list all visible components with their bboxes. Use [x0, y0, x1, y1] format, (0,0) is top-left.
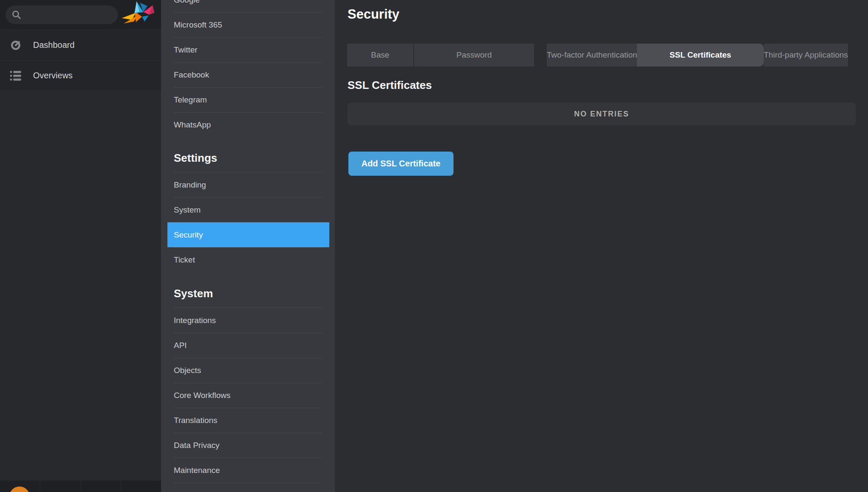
settings-nav-item-label: Telegram: [174, 95, 207, 104]
main-content: Security Base Password Two-factor Authen…: [335, 0, 868, 492]
zammad-logo-icon: [121, 1, 156, 28]
tab-label: Base: [371, 50, 389, 59]
settings-nav-item-label: WhatsApp: [174, 120, 211, 129]
page-title: Security: [348, 7, 399, 22]
user-avatar[interactable]: [9, 486, 30, 492]
settings-nav-item[interactable]: Facebook: [161, 62, 335, 87]
settings-nav-item[interactable]: System: [161, 197, 335, 222]
settings-nav-item-label: Microsoft 365: [174, 20, 222, 29]
ssl-certificates-empty-table: NO ENTRIES: [348, 102, 856, 125]
settings-nav-item-label: Data Privacy: [174, 441, 220, 450]
app-nav: Dashboard Overviews: [0, 30, 161, 91]
section-heading: SSL Certificates: [348, 79, 432, 92]
channels-nav-list: Google Microsoft 365 Twitter Facebook Te…: [161, 0, 335, 137]
settings-nav-item[interactable]: Ticket: [161, 247, 335, 272]
tab-label: Password: [456, 50, 492, 59]
settings-sidebar: Google Microsoft 365 Twitter Facebook Te…: [161, 0, 335, 492]
taskbar-cell[interactable]: [81, 481, 121, 492]
tab[interactable]: Base: [346, 44, 413, 66]
settings-nav-item-label: Branding: [174, 180, 206, 189]
settings-nav-item-label: Objects: [174, 366, 201, 375]
no-entries-label: NO ENTRIES: [574, 110, 629, 119]
settings-nav-item-label: System: [174, 205, 200, 214]
taskbar-cell-avatar[interactable]: [0, 481, 40, 492]
search-box[interactable]: [6, 6, 118, 24]
settings-nav-item[interactable]: Data Privacy: [161, 433, 335, 458]
settings-section-heading: Settings: [161, 144, 335, 172]
search-input[interactable]: [25, 10, 111, 20]
tab[interactable]: Password: [413, 44, 534, 66]
search-icon: [11, 10, 22, 20]
security-tabbar: Base Password Two-factor Authentication …: [346, 44, 848, 66]
settings-nav-item-label: Google: [174, 0, 200, 4]
taskbar-cell[interactable]: [40, 481, 81, 492]
app-sidebar: Dashboard Overviews: [0, 0, 161, 492]
settings-nav-item[interactable]: Integrations: [161, 308, 335, 333]
settings-nav-item[interactable]: Twitter: [161, 37, 335, 62]
list-icon: [9, 69, 22, 82]
settings-nav-item-label: Integrations: [174, 316, 216, 325]
settings-nav-item[interactable]: Security: [167, 222, 329, 247]
tab[interactable]: SSL Certificates: [637, 44, 764, 66]
system-section-heading: System: [161, 279, 335, 308]
settings-nav-item-label: Maintenance: [174, 466, 220, 475]
settings-nav-item[interactable]: Objects: [161, 358, 335, 383]
app-nav-item[interactable]: Dashboard: [0, 30, 161, 61]
settings-nav-item[interactable]: WhatsApp: [161, 112, 335, 137]
settings-nav-item-label: Core Workflows: [174, 391, 231, 400]
settings-nav-item[interactable]: Google: [161, 0, 335, 12]
app-nav-item[interactable]: Overviews: [0, 61, 161, 91]
settings-nav-item-label: Security: [174, 230, 203, 239]
search-area: [0, 0, 161, 30]
settings-nav-item[interactable]: Translations: [161, 408, 335, 433]
settings-nav-item[interactable]: Telegram: [161, 87, 335, 112]
settings-nav-item[interactable]: Branding: [161, 172, 335, 197]
taskbar: [0, 481, 161, 492]
settings-nav-item-label: Twitter: [174, 45, 198, 54]
tab[interactable]: Third-party Applications: [764, 44, 848, 66]
settings-nav-item-label: Facebook: [174, 70, 209, 79]
settings-nav-item[interactable]: Microsoft 365: [161, 12, 335, 37]
settings-nav-item[interactable]: Maintenance: [161, 458, 335, 483]
settings-nav-item[interactable]: Core Workflows: [161, 383, 335, 408]
tab-label: Third-party Applications: [764, 50, 848, 59]
tab-label: Two-factor Authentication: [547, 50, 637, 59]
settings-nav-item[interactable]: API: [161, 333, 335, 358]
tab[interactable]: Two-factor Authentication: [547, 44, 637, 66]
settings-nav-list: Branding System Security Ticket: [161, 172, 335, 272]
nav-item-label: Overviews: [33, 71, 72, 80]
settings-nav-item-label: API: [174, 341, 187, 350]
system-nav-list: Integrations API Objects Core Workflows …: [161, 308, 335, 492]
tab-label: SSL Certificates: [670, 50, 731, 59]
add-ssl-certificate-button[interactable]: Add SSL Certificate: [348, 152, 453, 176]
settings-nav-item[interactable]: Monitoring: [161, 483, 335, 492]
settings-nav-item-label: Translations: [174, 416, 217, 425]
taskbar-cell[interactable]: [121, 481, 161, 492]
settings-nav-item-label: Ticket: [174, 255, 195, 264]
gauge-icon: [9, 39, 22, 52]
nav-item-label: Dashboard: [33, 40, 75, 50]
